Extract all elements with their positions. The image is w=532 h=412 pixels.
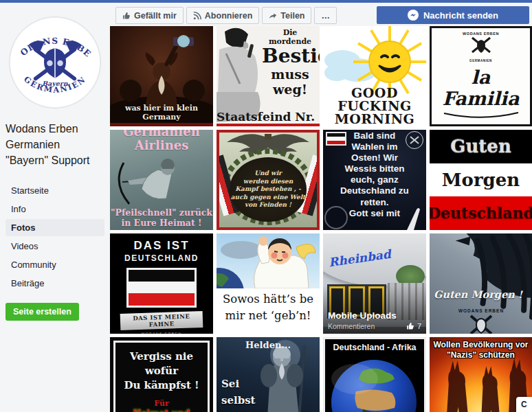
- crossed-axes-icon: [465, 313, 497, 334]
- photo-grid: was hier im klein Germany Die mordende B…: [110, 26, 532, 412]
- wodans-erben-stamp: WODANS ERBEN: [449, 308, 513, 334]
- follow-label: Abonnieren: [205, 11, 252, 21]
- send-message-button[interactable]: Nachricht senden: [377, 6, 529, 24]
- rss-icon: [193, 12, 201, 20]
- share-button[interactable]: Teilen: [262, 7, 311, 24]
- page-action-toolbar: Gefällt mir Abonnieren Teilen … Nachrich…: [110, 3, 532, 26]
- follow-button[interactable]: Abonnieren: [186, 7, 259, 24]
- wodans-erben-logo-icon: WODANS ERBEN Bayern GERMANIEN: [10, 17, 100, 108]
- like-button[interactable]: Gefällt mir: [115, 7, 184, 24]
- ellipsis-icon: …: [321, 11, 330, 21]
- archer-art: [110, 159, 213, 207]
- photo-tile-kampf-bestehen[interactable]: Und wir werden diesen Kampf bestehen , -…: [217, 130, 320, 230]
- photo-tile-deutschland-afrika[interactable]: Deutschland - Afrika: [323, 337, 426, 412]
- chat-tab[interactable]: C: [516, 397, 532, 412]
- photo-tile-mordende-bestie[interactable]: Die mordende Bestie muss weg! Staatsfein…: [217, 26, 320, 126]
- album-tile-mobile-uploads[interactable]: Rheinbad Mobile Uploads Kommentieren 7: [323, 233, 426, 334]
- globe-art: [327, 356, 421, 412]
- send-message-label: Nachricht senden: [423, 10, 498, 21]
- photo-tile-guten-morgen-deutschland[interactable]: Guten Morgen Deutschland: [430, 130, 532, 230]
- more-actions-button[interactable]: …: [314, 7, 337, 24]
- sidebar-item-fotos[interactable]: Fotos: [5, 219, 104, 236]
- thumbs-up-icon: [122, 12, 131, 20]
- angel-cartoon-art: [217, 233, 320, 288]
- share-label: Teilen: [280, 11, 304, 21]
- small-round-logo: [406, 131, 423, 149]
- helmet-icon: [44, 48, 66, 78]
- photo-tile-good-morning[interactable]: GOOD FUCKING MORNING: [323, 26, 426, 126]
- like-count: 7: [406, 322, 421, 330]
- sidebar-item-videos[interactable]: Videos: [5, 238, 104, 255]
- photo-tile-wahlen-im-osten[interactable]: Bald sind Wahlen im Osten! Wir Wessis bi…: [323, 130, 426, 230]
- share-arrow-icon: [269, 12, 277, 20]
- flourish: [440, 112, 522, 119]
- photo-tile-raven-guten-morgen[interactable]: Guten Morgen ! WODANS ERBEN: [430, 233, 532, 334]
- reich-flag-icon: [326, 132, 346, 146]
- page-profile-logo[interactable]: WODANS ERBEN Bayern GERMANIEN: [9, 16, 101, 108]
- comment-link[interactable]: Kommentieren: [328, 322, 375, 330]
- hand-art: [406, 207, 421, 230]
- sidebar-item-info[interactable]: Info: [5, 201, 104, 218]
- photo-tile-das-ist-deutschland[interactable]: DAS IST DEUTSCHLAND DAS IST MEINE FAHNE …: [110, 233, 213, 334]
- messenger-icon: [408, 10, 419, 21]
- round-stamp: [324, 206, 348, 229]
- photo-caption: was hier im klein Germany: [110, 104, 213, 122]
- left-sidebar: WODANS ERBEN Bayern GERMANIEN Wodans Erb…: [0, 3, 110, 412]
- photo-tile-sowos-cartoon[interactable]: Sowos hätt’s be mir net ‘geb’n!: [217, 233, 320, 334]
- sidebar-item-beitraege[interactable]: Beiträge: [5, 275, 104, 292]
- sidebar-item-community[interactable]: Community: [5, 256, 104, 273]
- reich-flag: [126, 268, 197, 308]
- small-axes-logo-icon: [467, 36, 495, 56]
- photo-tile-helden[interactable]: Helden... Sei selbst einer !: [217, 337, 320, 412]
- photo-tile-vergiss-nie[interactable]: Vergiss nie wofür Du kämpfst ! Für Heima…: [110, 337, 213, 412]
- photo-tile-viking-warriors[interactable]: was hier im klein Germany: [110, 26, 213, 126]
- sidebar-item-startseite[interactable]: Startseite: [5, 182, 104, 199]
- like-label: Gefällt mir: [134, 11, 177, 21]
- album-title: Mobile Uploads: [328, 310, 397, 321]
- create-page-button[interactable]: Seite erstellen: [5, 303, 79, 321]
- page-nav: Startseite Info Fotos Videos Community B…: [5, 182, 104, 292]
- photo-tile-la-familia[interactable]: WODANS ERBEN GERMANIEN la Familia W.E.G.…: [430, 26, 532, 126]
- photo-tile-germanien-airlines[interactable]: Germanien Airlines "Pfeilschnell" zurück…: [110, 130, 213, 230]
- page-title[interactable]: Wodans Erben Germanien "Bayern" Support: [5, 121, 104, 168]
- thumbs-up-icon: [406, 322, 414, 330]
